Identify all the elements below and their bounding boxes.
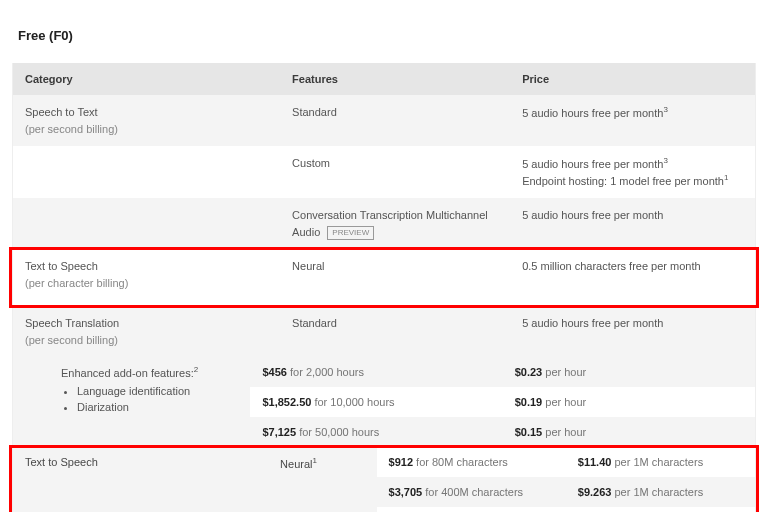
section-speech-translation: Speech Translation (per second billing) …	[13, 306, 755, 357]
addon-unit-1: per hour	[545, 396, 586, 408]
tts2-unit-0: per 1M characters	[614, 456, 703, 468]
stt-conv-price: 5 audio hours free per month	[510, 198, 755, 233]
header-category: Category	[13, 63, 280, 95]
trans-category: Speech Translation	[25, 315, 268, 332]
section-text-to-speech-paid: Text to Speech Neural1 $912 for 80M char…	[13, 447, 755, 512]
tts-category: Text to Speech	[25, 258, 268, 275]
tts2-amt-1: $3,705	[389, 486, 423, 498]
tts-price: 0.5 million characters free per month	[510, 249, 755, 284]
stt-conv-feature: Conversation Transcription Multichannel …	[292, 209, 488, 238]
addon-for-1: for 10,000 hours	[314, 396, 394, 408]
tts2-feature: Neural	[280, 458, 312, 470]
header-price: Price	[510, 63, 755, 95]
trans-price: 5 audio hours free per month	[510, 306, 755, 341]
stt-billing-note: (per second billing)	[25, 121, 268, 138]
tts2-amt-0: $912	[389, 456, 413, 468]
tts2-rate-0: $11.40	[578, 456, 612, 468]
addon-price-grid: $456 for 2,000 hours $0.23 per hour $1,8…	[250, 357, 755, 447]
addon-amt-2: $7,125	[262, 426, 296, 438]
addon-for-2: for 50,000 hours	[299, 426, 379, 438]
addon-for-0: for 2,000 hours	[290, 366, 364, 378]
addon-bullet-2: Diarization	[77, 401, 238, 413]
addon-rate-2: $0.15	[515, 426, 543, 438]
addon-unit-2: per hour	[545, 426, 586, 438]
stt-category: Speech to Text	[25, 104, 268, 121]
tts2-category: Text to Speech	[25, 456, 268, 468]
addon-bullet-1: Language identification	[77, 385, 238, 397]
trans-billing-note: (per second billing)	[25, 332, 268, 349]
stt-custom-feature: Custom	[280, 146, 510, 181]
section-addon: Enhanced add-on features:2 Language iden…	[13, 357, 755, 447]
tts2-for-1: for 400M characters	[425, 486, 523, 498]
table-header: Category Features Price	[13, 63, 755, 95]
addon-rate-0: $0.23	[515, 366, 543, 378]
tts2-unit-1: per 1M characters	[614, 486, 703, 498]
addon-title: Enhanced add-on features:	[61, 367, 194, 379]
tts2-for-0: for 80M characters	[416, 456, 508, 468]
addon-amt-0: $456	[262, 366, 286, 378]
preview-badge: PREVIEW	[327, 226, 374, 240]
stt-standard-feature: Standard	[280, 95, 510, 130]
stt-standard-price: 5 audio hours free per month	[522, 107, 663, 119]
header-features: Features	[280, 63, 510, 95]
tts2-rate-1: $9.263	[578, 486, 612, 498]
tts-feature: Neural	[280, 249, 510, 284]
trans-feature: Standard	[280, 306, 510, 341]
stt-custom-price2: Endpoint hosting: 1 model free per month	[522, 175, 724, 187]
addon-amt-1: $1,852.50	[262, 396, 311, 408]
tier-title: Free (F0)	[18, 28, 756, 43]
stt-custom-price1: 5 audio hours free per month	[522, 158, 663, 170]
addon-unit-0: per hour	[545, 366, 586, 378]
section-text-to-speech: Text to Speech (per character billing) N…	[13, 249, 755, 306]
section-speech-to-text: Speech to Text (per second billing) Stan…	[13, 95, 755, 249]
pricing-table: Category Features Price Speech to Text (…	[12, 63, 756, 512]
addon-rate-1: $0.19	[515, 396, 543, 408]
tts-billing-note: (per character billing)	[25, 275, 268, 292]
